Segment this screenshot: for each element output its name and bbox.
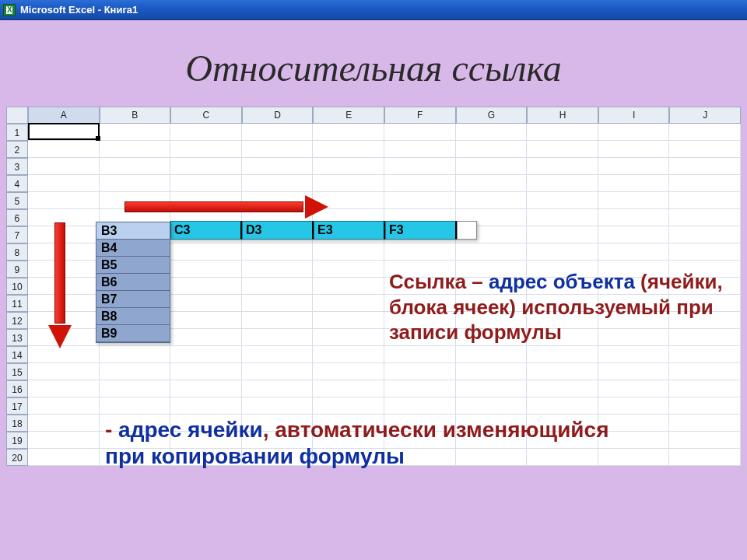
- cell[interactable]: [313, 175, 384, 192]
- cell[interactable]: [527, 175, 598, 192]
- cell[interactable]: [456, 158, 528, 175]
- cell[interactable]: [669, 397, 741, 415]
- cell[interactable]: [456, 192, 528, 209]
- cell[interactable]: [170, 243, 242, 261]
- cell[interactable]: [456, 397, 528, 415]
- cell[interactable]: [527, 346, 598, 363]
- cell[interactable]: [527, 192, 598, 209]
- cell[interactable]: [669, 158, 741, 175]
- cell[interactable]: [456, 380, 528, 397]
- cell[interactable]: [527, 397, 598, 415]
- cell[interactable]: [598, 226, 670, 243]
- cell[interactable]: [28, 141, 100, 158]
- cell[interactable]: [598, 363, 670, 380]
- cell[interactable]: [669, 449, 741, 466]
- cell[interactable]: [598, 380, 670, 397]
- cell[interactable]: [527, 124, 598, 141]
- cell[interactable]: [100, 158, 171, 175]
- row-header[interactable]: 10: [6, 278, 28, 295]
- cell[interactable]: [384, 346, 456, 363]
- cell[interactable]: [100, 124, 171, 141]
- cell[interactable]: [170, 261, 242, 278]
- cell[interactable]: [242, 363, 314, 380]
- cell[interactable]: [313, 158, 384, 175]
- row-header[interactable]: 8: [6, 243, 28, 261]
- cell[interactable]: [313, 329, 384, 346]
- cell[interactable]: [527, 209, 598, 226]
- row-header[interactable]: 3: [6, 158, 28, 175]
- cell[interactable]: [242, 397, 314, 415]
- cell[interactable]: [313, 141, 384, 158]
- cell[interactable]: [669, 141, 741, 158]
- cell[interactable]: [598, 243, 670, 261]
- cell[interactable]: [28, 363, 100, 380]
- cell[interactable]: [527, 380, 598, 397]
- cell[interactable]: [313, 397, 384, 415]
- col-header-a[interactable]: A: [28, 107, 100, 124]
- cell[interactable]: [384, 124, 456, 141]
- cell[interactable]: [170, 141, 242, 158]
- row-header[interactable]: 17: [6, 397, 28, 415]
- cell[interactable]: [170, 346, 242, 363]
- cell[interactable]: [669, 363, 741, 380]
- col-header-c[interactable]: C: [170, 107, 242, 124]
- cell[interactable]: [170, 312, 242, 329]
- cell[interactable]: [28, 415, 100, 432]
- cell[interactable]: [669, 243, 741, 261]
- cell[interactable]: [313, 346, 384, 363]
- cell[interactable]: [598, 397, 670, 415]
- active-cell-a1[interactable]: [28, 123, 100, 140]
- cell[interactable]: [170, 175, 242, 192]
- cell[interactable]: [669, 432, 741, 449]
- row-header[interactable]: 1: [6, 124, 28, 141]
- cell[interactable]: [313, 363, 384, 380]
- cell[interactable]: [598, 158, 670, 175]
- cell[interactable]: [313, 312, 384, 329]
- cell[interactable]: [100, 397, 171, 415]
- cell[interactable]: [598, 175, 670, 192]
- cell[interactable]: [527, 363, 598, 380]
- cell[interactable]: [28, 158, 100, 175]
- cell[interactable]: [527, 243, 598, 261]
- cell[interactable]: [313, 295, 384, 312]
- cell[interactable]: [669, 226, 741, 243]
- row-header[interactable]: 2: [6, 141, 28, 158]
- cell[interactable]: [384, 363, 456, 380]
- cell[interactable]: [527, 226, 598, 243]
- col-header-e[interactable]: E: [313, 107, 384, 124]
- select-all-box[interactable]: [6, 107, 28, 124]
- cell[interactable]: [28, 192, 100, 209]
- cell[interactable]: [170, 397, 242, 415]
- cell[interactable]: [28, 175, 100, 192]
- cell[interactable]: [598, 209, 670, 226]
- cell[interactable]: [242, 261, 314, 278]
- cell[interactable]: [313, 261, 384, 278]
- row-header[interactable]: 18: [6, 415, 28, 432]
- cell[interactable]: [100, 380, 171, 397]
- cell[interactable]: [28, 432, 100, 449]
- cell[interactable]: [456, 363, 528, 380]
- cell[interactable]: [242, 175, 314, 192]
- cell[interactable]: [384, 175, 456, 192]
- row-header[interactable]: 4: [6, 175, 28, 192]
- cell[interactable]: [669, 124, 741, 141]
- cell[interactable]: [384, 192, 456, 209]
- cell[interactable]: [242, 158, 314, 175]
- row-header[interactable]: 15: [6, 363, 28, 380]
- cell[interactable]: [669, 346, 741, 363]
- cell[interactable]: [170, 295, 242, 312]
- cell[interactable]: [170, 158, 242, 175]
- cell[interactable]: [242, 278, 314, 295]
- cell[interactable]: [313, 124, 384, 141]
- cell[interactable]: [242, 124, 314, 141]
- cell[interactable]: [456, 141, 528, 158]
- cell[interactable]: [170, 278, 242, 295]
- cell[interactable]: [28, 380, 100, 397]
- cell[interactable]: [384, 397, 456, 415]
- cell[interactable]: [669, 209, 741, 226]
- cell[interactable]: [669, 175, 741, 192]
- row-header[interactable]: 13: [6, 329, 28, 346]
- row-header[interactable]: 12: [6, 312, 28, 329]
- cell[interactable]: [100, 175, 171, 192]
- col-header-j[interactable]: J: [669, 107, 741, 124]
